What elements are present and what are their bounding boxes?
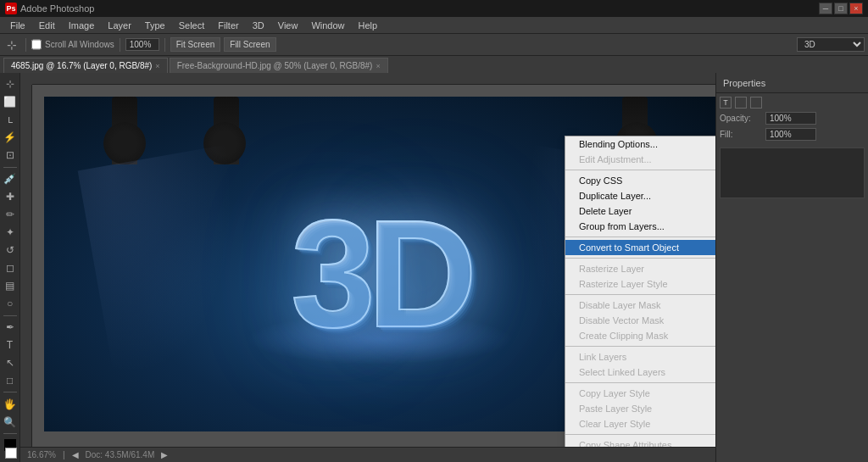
status-bar: 16.67% | ◀ Doc: 43.5M/61.4M ▶: [20, 447, 715, 462]
tab-free-bg-close[interactable]: ×: [376, 62, 380, 70]
3d-select[interactable]: 3D: [797, 37, 865, 52]
menu-help[interactable]: Help: [352, 19, 385, 32]
clone-stamp[interactable]: ✦: [2, 225, 19, 241]
scroll-all-checkbox[interactable]: [31, 39, 42, 50]
fit-screen-button[interactable]: Fit Screen: [170, 37, 221, 52]
menu-image[interactable]: Image: [62, 19, 102, 32]
text-icon[interactable]: T: [720, 97, 732, 109]
background-color[interactable]: [5, 448, 17, 459]
zoom-tool[interactable]: 🔍: [2, 414, 19, 430]
zoom-input[interactable]: [125, 38, 159, 51]
properties-title: Properties: [723, 78, 765, 88]
content-area: 3D Blending Options... Edit Adjustment..…: [20, 85, 715, 447]
ctx-sep-7: [565, 434, 715, 435]
fill-input[interactable]: [765, 128, 816, 141]
ctx-sep-2: [565, 237, 715, 237]
tool-separator-4: [3, 433, 17, 434]
lamp-head-left-1: [103, 122, 146, 164]
ctx-sep-4: [565, 294, 715, 295]
opacity-label: Opacity:: [720, 114, 762, 123]
ctx-rasterize-layer: Rasterize Layer: [565, 261, 715, 276]
ctx-select-linked-layers: Select Linked Layers: [565, 365, 715, 380]
spacing-icon[interactable]: [735, 97, 747, 109]
quick-select[interactable]: ⚡: [2, 130, 19, 146]
hand-tool[interactable]: 🖐: [2, 396, 19, 412]
ctx-convert-smart-object[interactable]: Convert to Smart Object: [565, 240, 715, 255]
history-brush[interactable]: ↺: [2, 242, 19, 259]
eraser-tool[interactable]: ◻: [2, 260, 19, 276]
ctx-sep-6: [565, 382, 715, 383]
tab-free-bg[interactable]: Free-Background-HD.jpg @ 50% (Layer 0, R…: [170, 58, 388, 73]
close-button[interactable]: ×: [849, 3, 863, 14]
ctx-sep-3: [565, 258, 715, 259]
tool-separator-2: [3, 315, 17, 316]
maximize-button[interactable]: □: [834, 3, 848, 14]
properties-body: T Opacity: Fill:: [716, 93, 868, 202]
crop-tool[interactable]: ⊡: [2, 148, 19, 164]
eyedropper[interactable]: 💉: [2, 171, 19, 187]
properties-header: Properties: [716, 73, 868, 93]
title-bar-left: Ps Adobe Photoshop: [5, 3, 94, 14]
window-controls[interactable]: ─ □ ×: [819, 3, 863, 14]
properties-panel: Properties T Opacity: Fill:: [715, 73, 868, 462]
ctx-disable-vector-mask: Disable Vector Mask: [565, 313, 715, 328]
menu-edit[interactable]: Edit: [32, 19, 62, 32]
menu-layer[interactable]: Layer: [101, 19, 138, 32]
fill-row: Fill:: [720, 128, 865, 141]
menu-3d[interactable]: 3D: [246, 19, 271, 32]
scroll-all-label: Scroll All Windows: [45, 40, 114, 49]
blur-tool[interactable]: ○: [2, 296, 19, 312]
ctx-group-from-layers[interactable]: Group from Layers...: [565, 219, 715, 234]
tab-bar: 4685.jpg @ 16.7% (Layer 0, RGB/8#) × Fre…: [0, 56, 868, 73]
zoom-level: 16.67%: [27, 450, 56, 459]
gradient-tool[interactable]: ▤: [2, 278, 19, 294]
lasso-tool[interactable]: ʟ: [2, 112, 19, 128]
tab-4685-close[interactable]: ×: [155, 62, 159, 70]
opacity-input[interactable]: [765, 112, 816, 125]
rectangular-marquee[interactable]: ⬜: [2, 94, 19, 110]
brush-tool[interactable]: ✏: [2, 207, 19, 223]
main-area: ⊹ ⬜ ʟ ⚡ ⊡ 💉 ✚ ✏ ✦ ↺ ◻ ▤ ○ ✒ T ↖ □ 🖐 🔍: [0, 73, 868, 462]
healing-brush[interactable]: ✚: [2, 189, 19, 205]
menu-type[interactable]: Type: [138, 19, 172, 32]
ctx-copy-css[interactable]: Copy CSS: [565, 173, 715, 188]
fill-screen-button[interactable]: Fill Screen: [224, 37, 275, 52]
ruler-vertical: [20, 85, 32, 447]
ruler-horizontal: [32, 73, 715, 85]
ctx-duplicate-layer[interactable]: Duplicate Layer...: [565, 188, 715, 203]
menu-view[interactable]: View: [271, 19, 305, 32]
move-tool[interactable]: ⊹: [2, 76, 19, 92]
canvas-area[interactable]: 3D Blending Options... Edit Adjustment..…: [32, 85, 715, 447]
shape-tool[interactable]: □: [2, 372, 19, 388]
ctx-copy-shape-attr: Copy Shape Attributes: [565, 437, 715, 447]
toolbar-separator-2: [120, 38, 120, 52]
align-icon[interactable]: [750, 97, 762, 109]
minimize-button[interactable]: ─: [819, 3, 832, 14]
ctx-blending-options[interactable]: Blending Options...: [565, 136, 715, 152]
toolbar: ⊹ Scroll All Windows Fit Screen Fill Scr…: [0, 34, 868, 56]
menu-window[interactable]: Window: [304, 19, 351, 32]
text-properties-row: T: [720, 97, 865, 109]
ctx-edit-adjustment: Edit Adjustment...: [565, 152, 715, 167]
move-tool-icon[interactable]: ⊹: [3, 36, 20, 53]
menu-bar: File Edit Image Layer Type Select Filter…: [0, 17, 868, 34]
status-arrow-left[interactable]: ◀: [72, 450, 79, 459]
status-arrow-right[interactable]: ▶: [161, 450, 168, 459]
menu-filter[interactable]: Filter: [211, 19, 245, 32]
ctx-disable-layer-mask: Disable Layer Mask: [565, 298, 715, 313]
menu-file[interactable]: File: [3, 19, 32, 32]
path-select[interactable]: ↖: [2, 354, 19, 370]
menu-select[interactable]: Select: [172, 19, 212, 32]
title-bar: Ps Adobe Photoshop ─ □ ×: [0, 0, 868, 17]
ctx-paste-layer-style: Paste Layer Style: [565, 401, 715, 416]
toolbar-separator-1: [25, 38, 26, 52]
ctx-delete-layer[interactable]: Delete Layer: [565, 203, 715, 219]
text-tool[interactable]: T: [2, 337, 19, 353]
tab-free-bg-label: Free-Background-HD.jpg @ 50% (Layer 0, R…: [177, 61, 373, 70]
tool-separator-1: [3, 167, 17, 168]
tab-4685[interactable]: 4685.jpg @ 16.7% (Layer 0, RGB/8#) ×: [3, 58, 168, 73]
tab-4685-label: 4685.jpg @ 16.7% (Layer 0, RGB/8#): [11, 61, 152, 70]
text-glow: [246, 314, 515, 365]
fill-label: Fill:: [720, 130, 762, 139]
pen-tool[interactable]: ✒: [2, 320, 19, 336]
